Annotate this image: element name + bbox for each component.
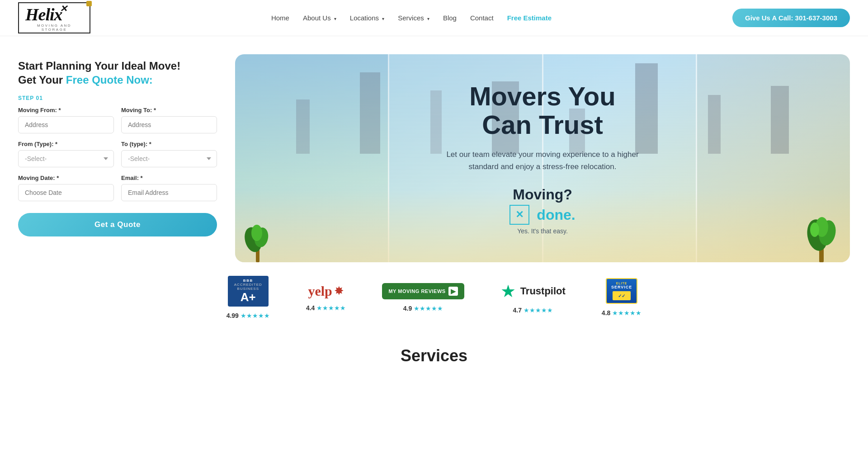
from-type-select[interactable]: -Select- Apartment House Office Storage … (18, 150, 114, 167)
moving-to-label: Moving To: * (121, 107, 217, 113)
plant-left-decoration (244, 217, 271, 262)
moving-date-group: Moving Date: * (18, 175, 114, 201)
hero-tagline-done: done. (537, 207, 575, 223)
elite-service-label: SERVICE (611, 285, 632, 289)
bbb-stars: ★★★★★ (241, 312, 270, 319)
moving-from-group: Moving From: * (18, 107, 114, 133)
nav-home[interactable]: Home (271, 14, 289, 22)
to-type-label: To (type): * (121, 141, 217, 147)
email-group: Email: * (121, 175, 217, 201)
bbb-label: BBB (243, 279, 253, 283)
logo[interactable]: Helix✕ MOVING AND STORAGE (18, 5, 90, 32)
address-row: Moving From: * Moving To: * (18, 107, 217, 133)
elite-top-label: ELITE (616, 282, 627, 285)
nav-services[interactable]: Services ▾ (398, 14, 429, 22)
nav-blog[interactable]: Blog (443, 14, 457, 22)
hero-title: Movers You Can Trust (434, 82, 651, 140)
moving-date-label: Moving Date: * (18, 175, 114, 181)
trustpilot-logo-text: Trustpilot (520, 285, 566, 297)
yelp-rating: yelp ✸ 4.4 ★★★★★ (306, 284, 346, 312)
email-label: Email: * (121, 175, 217, 181)
elite-score: 4.8 (602, 309, 610, 317)
mmr-arrow-icon: ▶ (448, 287, 458, 296)
moving-to-group: Moving To: * (121, 107, 217, 133)
date-email-row: Moving Date: * Email: * (18, 175, 217, 201)
yelp-score: 4.4 (306, 304, 315, 312)
hero-tagline: Moving? ✕ done. Yes. It's that easy. (434, 186, 651, 235)
helix-x-logo: ✕ (509, 205, 529, 225)
bbb-rating: BBB ACCREDITED BUSINESS A+ 4.99 ★★★★★ (226, 276, 270, 319)
services-dropdown-arrow: ▾ (427, 16, 429, 21)
main-content: Start Planning Your Ideal Move! Get Your… (0, 36, 868, 262)
elite-checkmark-icon: ✓✓ (618, 293, 625, 298)
from-type-group: From (Type): * -Select- Apartment House … (18, 141, 114, 167)
ratings-bar: BBB ACCREDITED BUSINESS A+ 4.99 ★★★★★ ye… (0, 262, 868, 328)
navbar: Helix✕ MOVING AND STORAGE Home About Us … (0, 0, 868, 36)
trustpilot-rating: ★ Trustpilot 4.7 ★★★★★ (500, 281, 566, 314)
hero-easy-text: Yes. It's that easy. (434, 227, 651, 235)
mmr-rating: MY MOVING REVIEWS ▶ 4.9 ★★★★★ (382, 283, 464, 312)
moving-date-input[interactable] (18, 184, 114, 201)
mmr-score: 4.9 (403, 305, 412, 312)
cta-phone-button[interactable]: Give Us A Call: 301-637-3003 (732, 9, 850, 27)
quote-form-panel: Start Planning Your Ideal Move! Get Your… (18, 54, 217, 236)
yelp-burst-icon: ✸ (334, 284, 344, 298)
svg-point-3 (251, 225, 262, 241)
nav-contact[interactable]: Contact (470, 14, 494, 22)
yelp-logo-text: yelp (308, 284, 332, 299)
moving-to-input[interactable] (121, 116, 217, 133)
get-quote-button[interactable]: Get a Quote (18, 213, 217, 236)
services-section: Services (0, 328, 868, 374)
moving-from-label: Moving From: * (18, 107, 114, 113)
nav-about[interactable]: About Us ▾ (303, 14, 336, 22)
hero-section: Movers You Can Trust Let our team elevat… (235, 54, 850, 262)
mmr-stars: ★★★★★ (414, 305, 443, 312)
plant-right-decoration (805, 208, 841, 262)
hero-content: Movers You Can Trust Let our team elevat… (416, 64, 669, 253)
mmr-text: MY MOVING REVIEWS (388, 288, 445, 294)
nav-links: Home About Us ▾ Locations ▾ Services ▾ B… (271, 14, 552, 22)
bbb-accredited: ACCREDITED (234, 283, 262, 287)
trustpilot-score: 4.7 (513, 307, 522, 314)
bbb-score: 4.99 (226, 312, 239, 319)
type-row: From (Type): * -Select- Apartment House … (18, 141, 217, 167)
trustpilot-stars: ★★★★★ (524, 307, 553, 314)
elite-stars: ★★★★★ (612, 309, 642, 317)
yelp-stars: ★★★★★ (316, 304, 346, 312)
elite-badge-inner: ✓✓ (613, 291, 631, 300)
elite-rating: ELITE SERVICE ✓✓ 4.8 ★★★★★ (602, 278, 642, 317)
step-label: STEP 01 (18, 95, 217, 101)
bbb-grade: A+ (241, 291, 256, 304)
nav-free-estimate[interactable]: Free Estimate (507, 14, 552, 22)
moving-from-input[interactable] (18, 116, 114, 133)
from-type-label: From (Type): * (18, 141, 114, 147)
to-type-group: To (type): * -Select- Apartment House Of… (121, 141, 217, 167)
trustpilot-star-icon: ★ (500, 281, 516, 301)
email-input[interactable] (121, 184, 217, 201)
svg-point-8 (810, 222, 819, 237)
services-title: Services (18, 346, 850, 365)
form-heading: Start Planning Your Ideal Move! Get Your… (18, 59, 217, 87)
nav-locations[interactable]: Locations ▾ (350, 14, 384, 22)
about-dropdown-arrow: ▾ (334, 16, 336, 21)
hero-subtitle: Let our team elevate your moving experie… (434, 148, 651, 173)
locations-dropdown-arrow: ▾ (382, 16, 384, 21)
to-type-select[interactable]: -Select- Apartment House Office Storage … (121, 150, 217, 167)
hero-tagline-moving: Moving? (434, 186, 651, 203)
